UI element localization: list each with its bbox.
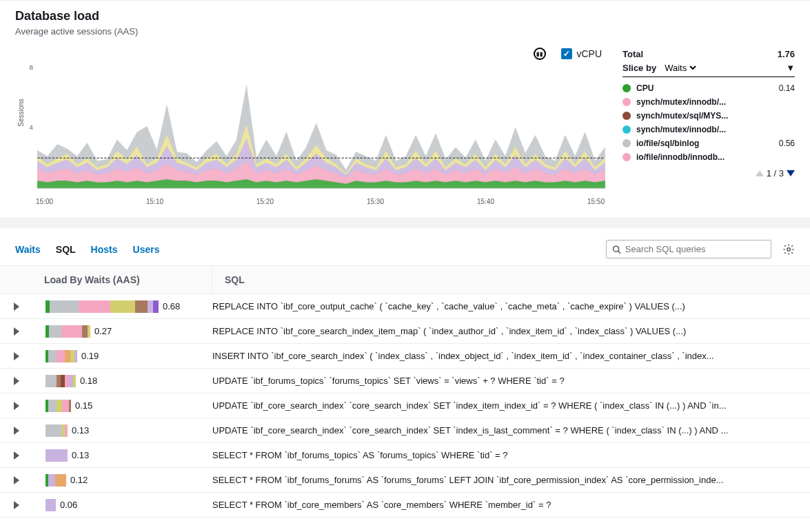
svg-text:4: 4 [29,125,32,132]
table-row[interactable]: 0.06SELECT * FROM `ibf_core_members` AS … [0,493,810,518]
table-row[interactable]: 0.18UPDATE `ibf_forums_topics` `forums_t… [0,369,810,393]
tab-waits[interactable]: Waits [15,244,41,255]
sql-text: REPLACE INTO `ibf_core_search_index_item… [212,326,810,336]
wait-label: synch/mutex/innodb/... [636,97,789,107]
load-bar [45,449,68,462]
pause-icon[interactable]: ▮▮ [534,48,546,60]
wait-value: 0.56 [779,139,795,148]
total-label: Total [622,49,643,59]
load-value: 0.13 [72,450,89,460]
wait-label: synch/mutex/innodb/... [636,125,789,134]
load-value: 0.27 [94,326,112,336]
vcpu-label: vCPU [576,48,602,59]
sql-text: INSERT INTO `ibf_core_search_index` ( `i… [212,351,810,361]
load-bar [45,325,90,338]
wait-swatch [622,84,631,92]
wait-item[interactable]: synch/mutex/sql/MYS... [622,109,795,123]
search-box[interactable] [606,240,771,258]
load-value: 0.15 [75,400,92,411]
expand-icon[interactable] [14,377,19,385]
panel-title: Database load [15,9,138,23]
sql-text: UPDATE `ibf_forums_topics` `forums_topic… [212,376,810,386]
load-bar [45,375,76,387]
sql-text: UPDATE `ibf_core_search_index` `core_sea… [212,425,810,436]
pager-text: 1 / 3 [767,168,784,178]
wait-value: 0.14 [779,83,795,93]
wait-swatch [622,139,631,147]
expand-icon[interactable] [14,427,19,435]
wait-item[interactable]: io/file/sql/binlog0.56 [622,136,795,150]
panel-subtitle: Average active sessions (AAS) [15,26,138,37]
load-value: 0.13 [72,425,89,436]
expand-icon[interactable] [14,402,19,410]
wait-label: io/file/sql/binlog [636,139,773,148]
tab-hosts[interactable]: Hosts [91,244,118,255]
table-row[interactable]: 0.27REPLACE INTO `ibf_core_search_index_… [0,319,810,344]
expand-icon[interactable] [14,352,19,360]
col-header-load[interactable]: Load By Waits (AAS) [39,266,212,294]
wait-swatch [622,112,631,120]
wait-item[interactable]: synch/mutex/innodb/... [622,95,795,109]
y-axis-label: Sessions [17,99,25,127]
vcpu-checkbox[interactable]: ✓ [561,48,572,59]
slice-select[interactable]: Waits [662,62,698,74]
wait-label: CPU [636,83,773,93]
svg-text:8: 8 [29,64,32,71]
expand-icon[interactable] [14,476,19,484]
pager-next-icon[interactable] [787,170,795,176]
wait-item[interactable]: synch/mutex/innodb/... [622,123,795,136]
table-row[interactable]: 0.12SELECT * FROM `ibf_forums_forums` AS… [0,468,810,493]
load-value: 0.06 [60,500,77,510]
total-value: 1.76 [778,49,795,59]
x-axis-ticks: 15:0015:1015:2015:3015:4015:50 [15,198,609,205]
load-value: 0.19 [81,351,99,361]
search-icon [612,245,621,254]
table-row[interactable]: 0.68REPLACE INTO `ibf_core_output_cache`… [0,294,810,319]
table-row[interactable]: 0.19INSERT INTO `ibf_core_search_index` … [0,344,810,369]
load-value: 0.12 [70,475,88,485]
area-chart[interactable]: 48 [15,64,609,195]
svg-line-5 [618,251,620,253]
sql-text: REPLACE INTO `ibf_core_output_cache` ( `… [212,301,810,311]
search-input[interactable] [625,244,765,254]
expand-icon[interactable] [14,451,19,460]
col-header-sql[interactable]: SQL [212,266,810,294]
table-row[interactable]: 0.13SELECT * FROM `ibf_forums_topics` AS… [0,443,810,468]
sql-text: SELECT * FROM `ibf_forums_forums` AS `fo… [212,475,810,485]
load-value: 0.18 [80,376,97,386]
load-bar [45,300,159,313]
load-bar [45,499,56,511]
wait-swatch [622,153,631,161]
gear-icon[interactable] [782,243,795,256]
load-bar [45,474,66,487]
wait-item[interactable]: CPU0.14 [622,81,795,95]
load-bar [45,350,77,362]
wait-swatch [622,125,631,134]
svg-point-6 [787,247,791,251]
wait-item[interactable]: io/file/innodb/innodb... [622,150,795,164]
expand-icon[interactable] [14,303,19,311]
sql-text: SELECT * FROM `ibf_forums_topics` AS `fo… [212,450,810,460]
load-bar [45,400,71,412]
wait-label: io/file/innodb/innodb... [636,152,789,162]
sql-text: UPDATE `ibf_core_search_index` `core_sea… [212,400,810,411]
load-value: 0.68 [163,301,180,311]
sql-text: SELECT * FROM `ibf_core_members` AS `cor… [212,500,810,510]
table-row[interactable]: 0.13UPDATE `ibf_core_search_index` `core… [0,418,810,443]
slice-label: Slice by [622,63,656,73]
expand-icon[interactable] [14,327,19,336]
tab-users[interactable]: Users [133,244,160,255]
wait-label: synch/mutex/sql/MYS... [636,111,789,121]
pager-prev-icon[interactable] [756,170,764,176]
tab-sql[interactable]: SQL [56,244,76,255]
table-row[interactable]: 0.15UPDATE `ibf_core_search_index` `core… [0,393,810,418]
load-bar [45,424,68,437]
svg-point-4 [614,246,619,252]
expand-icon[interactable] [14,501,19,509]
wait-swatch [622,98,631,106]
